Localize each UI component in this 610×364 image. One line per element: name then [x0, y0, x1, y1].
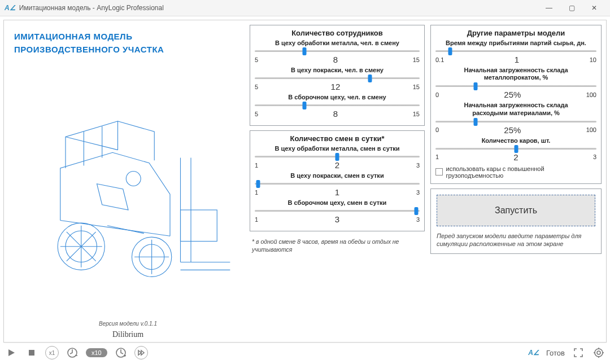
svg-line-10: [66, 137, 118, 150]
slider-max: 100: [586, 126, 596, 133]
gear-icon: [594, 348, 604, 358]
left-pane: ИМИТАЦИОННАЯ МОДЕЛЬ ПРОИЗВОДСТВЕННОГО УЧ…: [4, 20, 250, 342]
slider-label: В цеху покраски, смен в сутки: [255, 172, 420, 179]
slider-track[interactable]: [255, 48, 420, 54]
stop-icon: [28, 349, 36, 357]
window-title: Имитационная модель - AnyLogic Professio…: [19, 4, 538, 12]
slider-max: 100: [586, 91, 596, 98]
svg-rect-20: [29, 350, 34, 356]
status-text: Готов: [546, 349, 565, 357]
slider-label-line2: металлопрокатом, %: [484, 74, 548, 81]
slider-max: 10: [590, 56, 596, 63]
fast-forward-icon: [137, 349, 145, 357]
slider-value: 25%: [504, 125, 521, 135]
slider-label: Начальная загруженность склада расходыми…: [435, 102, 596, 116]
slider-track[interactable]: [255, 208, 420, 213]
slider-value: 1: [335, 187, 339, 197]
slider-min: 0: [435, 126, 439, 133]
slider-min: 5: [255, 84, 258, 90]
slider-label: В сборочном цеху, чел. в смену: [255, 94, 420, 100]
playback-toolbar: x1 x10 A∠ Готов: [5, 345, 605, 361]
slider-min: 0.1: [435, 56, 444, 63]
main-frame: ИМИТАЦИОННАЯ МОДЕЛЬ ПРОИЗВОДСТВЕННОГО УЧ…: [3, 20, 607, 343]
slider-interarrival: Время между прибытиями партий сырья, дн.…: [435, 40, 596, 64]
slider-track[interactable]: [435, 146, 596, 151]
slider-label-line2: расходыми материалами, %: [472, 109, 560, 116]
svg-point-28: [597, 351, 600, 354]
slider-track[interactable]: [255, 181, 420, 186]
checkbox-heavy-forklifts[interactable]: использовать кары с повышенной грузоподъ…: [435, 165, 596, 179]
speed-x1-icon: x1: [49, 350, 55, 356]
app-icon: A∠: [5, 4, 16, 12]
slider-stock-metal: Начальная загруженность склада металлопр…: [435, 67, 596, 99]
panel-run: Запустить Перед запуском модели введите …: [430, 188, 602, 255]
slider-value: 8: [333, 109, 338, 119]
slider-track[interactable]: [255, 102, 420, 108]
model-heading-line2: ПРОИЗВОДСТВЕННОГО УЧАСТКА: [14, 43, 244, 56]
window-maximize-button[interactable]: ▢: [560, 4, 583, 12]
panel-employees-title: Количество сотрудников: [255, 29, 420, 37]
brand-label: Dilibrium: [12, 330, 244, 339]
slider-min: 1: [255, 162, 258, 169]
slider-track[interactable]: [255, 154, 420, 159]
anylogic-status-icon: A∠: [528, 349, 539, 357]
svg-marker-19: [8, 349, 15, 356]
slider-label: В цеху обработки металла, чел. в смену: [255, 40, 420, 46]
slider-max: 3: [416, 189, 420, 196]
slider-min: 5: [255, 111, 258, 117]
run-note: Перед запуском модели введите параметры …: [437, 232, 595, 248]
slider-value: 3: [335, 214, 339, 224]
window-close-button[interactable]: ✕: [583, 4, 605, 12]
slider-shifts-assembly: В сборочном цеху, смен в сутки 1 3 3: [255, 199, 420, 224]
speed-up-icon: [115, 347, 127, 358]
slider-label: Количество каров, шт.: [435, 137, 596, 144]
settings-button[interactable]: [592, 346, 605, 359]
model-heading: ИМИТАЦИОННАЯ МОДЕЛЬ ПРОИЗВОДСТВЕННОГО УЧ…: [14, 30, 244, 56]
right-pane: Количество сотрудников В цеху обработки …: [250, 20, 606, 342]
slider-value: 2: [335, 160, 339, 170]
fullscreen-button[interactable]: [572, 346, 585, 359]
fullscreen-icon: [573, 348, 583, 358]
slider-min: 1: [435, 154, 439, 160]
run-button[interactable]: Запустить: [437, 195, 595, 226]
checkbox-box-icon: [435, 168, 443, 176]
speed-up-button[interactable]: [114, 346, 128, 359]
svg-rect-15: [180, 210, 217, 242]
slider-employees-paint: В цеху покраски, чел. в смену 5 12 15: [255, 67, 420, 91]
slider-stock-consumables: Начальная загруженность склада расходыми…: [435, 102, 596, 134]
slider-track[interactable]: [255, 75, 420, 81]
slider-min: 1: [255, 216, 258, 223]
slider-label: Время между прибытиями партий сырья, дн.: [435, 40, 596, 46]
svg-marker-27: [141, 350, 144, 355]
window-minimize-button[interactable]: —: [538, 4, 560, 12]
svg-point-29: [595, 349, 603, 357]
slider-track[interactable]: [435, 48, 596, 54]
slider-track[interactable]: [435, 119, 596, 124]
slow-down-button[interactable]: [66, 346, 79, 359]
play-button[interactable]: [5, 346, 18, 359]
slider-value: 1: [515, 55, 519, 64]
model-version: Версия модели v.0.1.1: [12, 321, 244, 327]
slider-max: 3: [416, 216, 420, 223]
speed-indicator[interactable]: x10: [86, 348, 107, 357]
panel-shifts: Количество смен в сутки* В цеху обработк…: [250, 130, 425, 231]
model-heading-line1: ИМИТАЦИОННАЯ МОДЕЛЬ: [14, 30, 244, 43]
slider-max: 3: [416, 162, 420, 169]
slider-track[interactable]: [435, 83, 596, 89]
middle-column: Количество сотрудников В цеху обработки …: [250, 25, 425, 337]
slider-min: 0: [435, 91, 439, 98]
slider-min: 1: [255, 189, 258, 196]
slider-max: 3: [593, 154, 596, 160]
panel-shifts-title: Количество смен в сутки*: [255, 134, 420, 143]
speed-x1-button[interactable]: x1: [45, 346, 59, 359]
fast-forward-button[interactable]: [134, 346, 148, 359]
slider-value: 8: [333, 55, 338, 64]
slider-employees-assembly: В сборочном цеху, чел. в смену 5 8 15: [255, 94, 420, 119]
slider-value: 25%: [504, 90, 521, 99]
slider-forklifts: Количество каров, шт. 1 2 3: [435, 137, 596, 162]
panel-other-title: Другие параметры модели: [435, 29, 596, 37]
slider-shifts-metal: В цеху обработки металла, смен в сутки 1…: [255, 145, 420, 170]
slider-label: В цеху обработки металла, смен в сутки: [255, 145, 420, 152]
window-title-bar: A∠ Имитационная модель - AnyLogic Profes…: [0, 0, 610, 16]
stop-button[interactable]: [25, 346, 38, 359]
